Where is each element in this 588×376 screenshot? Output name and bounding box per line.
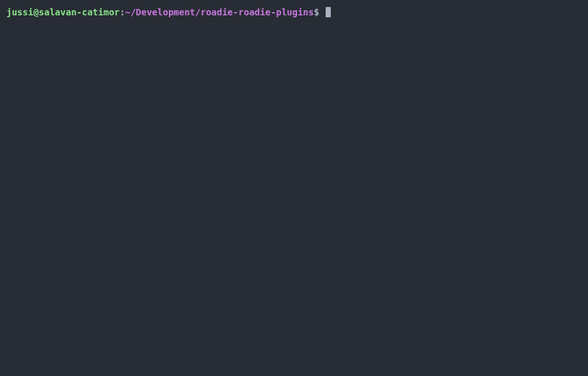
command-input[interactable] <box>319 7 321 17</box>
prompt-path: ~/Development/roadie-roadie-plugins <box>125 6 314 18</box>
prompt-dollar: $ <box>314 6 319 18</box>
terminal-prompt-line: jussi@salavan-catimor:~/Development/road… <box>6 6 582 18</box>
prompt-separator: : <box>120 6 125 18</box>
cursor-icon <box>326 7 331 17</box>
prompt-user-host: jussi@salavan-catimor <box>6 6 120 18</box>
